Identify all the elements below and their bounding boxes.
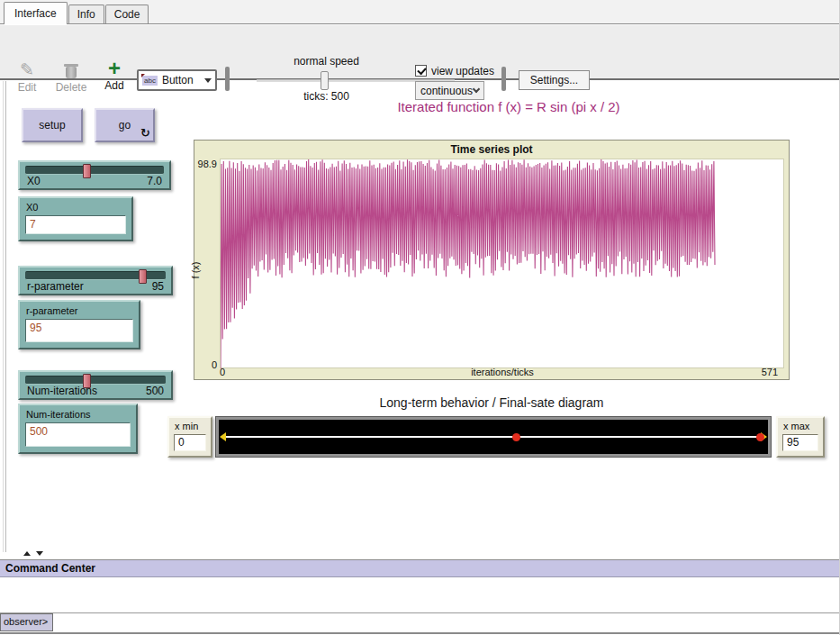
observer-prompt: observer>: [0, 613, 53, 631]
plot-x-axis-label: iterations/ticks: [220, 367, 785, 377]
command-center-output[interactable]: [0, 577, 840, 612]
command-prompt-row: observer>: [0, 612, 840, 631]
setup-button-label: setup: [39, 119, 65, 132]
canvas-left-edge: [5, 81, 6, 552]
red-dot-turtle: [512, 433, 520, 441]
plot-y-min-tick: 0: [194, 359, 217, 370]
tab-code[interactable]: Code: [105, 5, 149, 23]
time-series-plot: Time series plot 98.9 0 f (x) 0 iteratio…: [194, 140, 790, 380]
x-max-value: 95: [782, 434, 818, 451]
input-x0-label: X0: [20, 198, 131, 215]
tab-info[interactable]: Info: [68, 5, 104, 23]
slider-track[interactable]: [25, 376, 166, 385]
abc-widget-icon: abc: [142, 76, 158, 86]
edit-button[interactable]: ✎ Edit: [13, 59, 41, 94]
x-min-value: 0: [174, 434, 206, 451]
command-center-header: Command Center: [0, 560, 840, 577]
canvas-left-edge-highlight: [3, 81, 4, 552]
update-mode-dropdown[interactable]: continuous: [415, 81, 484, 100]
slider-num-iterations[interactable]: Num-iterations 500: [18, 370, 173, 400]
plot-area: [220, 159, 784, 368]
world-view[interactable]: [216, 417, 771, 457]
speed-slider-thumb[interactable]: [321, 71, 329, 90]
command-center-splitter[interactable]: [23, 551, 43, 558]
slider-r-parameter-label: r-parameter: [27, 280, 84, 293]
slider-track[interactable]: [25, 166, 164, 175]
slider-x0-label: X0: [27, 175, 41, 187]
tab-bar: InterfaceInfoCode: [0, 0, 840, 24]
slider-track[interactable]: [25, 271, 166, 280]
go-button[interactable]: go ↻: [95, 108, 155, 142]
view-updates-label: view updates: [431, 65, 494, 77]
widget-type-value: Button: [162, 74, 204, 86]
widget-type-dropdown[interactable]: abc Button: [137, 69, 217, 91]
plus-icon: +: [99, 58, 130, 79]
dropdown-arrow-icon: [204, 78, 212, 83]
toolbar-separator-2: [501, 67, 506, 91]
input-r-parameter-label: r-parameter: [20, 302, 139, 319]
input-num-iterations-label: Num-iterations: [20, 405, 136, 422]
command-center: Command Center observer>: [0, 559, 840, 634]
slider-num-iterations-value: 500: [146, 385, 164, 397]
input-num-iterations[interactable]: Num-iterations 500: [18, 404, 138, 454]
input-x0-field[interactable]: 7: [25, 215, 126, 234]
slider-x0-value: 7.0: [147, 175, 162, 187]
plot-x-axis: 0 iterations/ticks 571: [220, 367, 785, 379]
chevron-down-icon: [473, 86, 480, 93]
input-x0[interactable]: X0 7: [18, 196, 133, 241]
input-r-parameter[interactable]: r-parameter 95: [18, 300, 140, 349]
plot-y-axis-label: f (x): [190, 262, 201, 279]
splitter-down-icon[interactable]: [36, 551, 43, 556]
go-button-label: go: [119, 119, 131, 132]
x-max-label: x max: [778, 418, 823, 433]
checkbox-icon[interactable]: [415, 65, 427, 77]
x-min-label: x min: [169, 418, 211, 433]
view-updates-toggle[interactable]: view updates: [415, 64, 494, 77]
delete-button-label: Delete: [56, 81, 87, 94]
trash-icon: [52, 59, 90, 81]
settings-button[interactable]: Settings...: [519, 70, 590, 90]
setup-button[interactable]: setup: [22, 108, 83, 142]
slider-r-parameter[interactable]: r-parameter 95: [18, 266, 173, 295]
axis-line: [221, 436, 765, 438]
toolbar: ✎ Edit Delete + Add abc Button normal sp…: [0, 25, 840, 80]
plot-x-max-tick: 571: [762, 367, 778, 377]
x-max-monitor: x max 95: [776, 416, 825, 458]
forever-icon: ↻: [140, 126, 150, 140]
edit-button-label: Edit: [18, 81, 37, 94]
slider-r-parameter-value: 95: [152, 280, 164, 293]
slider-num-iterations-label: Num-iterations: [27, 385, 97, 397]
model-note-title: Iterated function f (x) = R sin (pi x / …: [252, 99, 765, 114]
time-series-waveform: [221, 159, 785, 369]
input-num-iterations-field[interactable]: 500: [25, 422, 131, 447]
speed-slider-label: normal speed: [257, 55, 396, 68]
slider-x0[interactable]: X0 7.0: [18, 160, 171, 190]
add-button-label: Add: [104, 79, 123, 92]
final-state-diagram-label: Long-term behavior / Final-sate diagram: [194, 395, 790, 410]
pencil-icon: ✎: [13, 59, 41, 81]
update-mode-value: continuous: [420, 85, 474, 97]
tab-interface[interactable]: Interface: [4, 2, 68, 24]
left-arrow-turtle-icon: [220, 432, 226, 441]
plot-title: Time series plot: [194, 143, 789, 156]
toolbar-separator: [225, 67, 230, 91]
command-input[interactable]: [53, 613, 840, 631]
delete-button[interactable]: Delete: [52, 59, 90, 94]
x-min-monitor: x min 0: [167, 416, 212, 458]
splitter-up-icon[interactable]: [23, 551, 31, 556]
red-dot-turtle: [756, 433, 764, 441]
plot-y-max-tick: 98.9: [194, 159, 217, 169]
add-button[interactable]: + Add: [99, 58, 130, 92]
input-r-parameter-field[interactable]: 95: [25, 319, 133, 342]
